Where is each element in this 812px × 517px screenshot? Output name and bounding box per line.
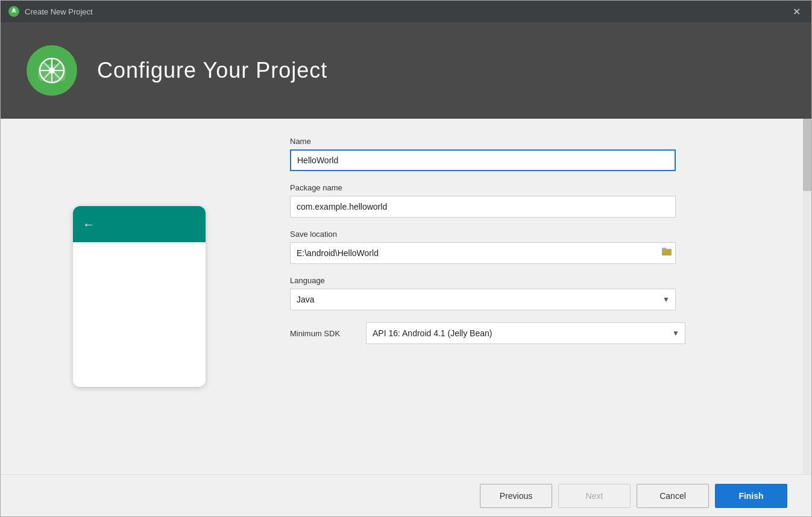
scrollbar-thumb[interactable] bbox=[803, 119, 811, 191]
save-location-group: Save location bbox=[290, 230, 787, 264]
finish-button[interactable]: Finish bbox=[715, 484, 787, 508]
minimum-sdk-select-wrapper: API 16: Android 4.1 (Jelly Bean) API 21:… bbox=[366, 322, 685, 344]
previous-button[interactable]: Previous bbox=[480, 484, 552, 508]
minimum-sdk-select[interactable]: API 16: Android 4.1 (Jelly Bean) API 21:… bbox=[366, 322, 685, 344]
next-button: Next bbox=[558, 484, 631, 508]
minimum-sdk-group: Minimum SDK API 16: Android 4.1 (Jelly B… bbox=[290, 322, 787, 344]
save-location-label: Save location bbox=[290, 230, 787, 239]
language-group: Language Java Kotlin ▼ bbox=[290, 276, 787, 310]
phone-preview: ← bbox=[73, 206, 206, 387]
left-panel: ← bbox=[1, 119, 278, 474]
footer: Previous Next Cancel Finish bbox=[1, 474, 811, 516]
minimum-sdk-label: Minimum SDK bbox=[290, 329, 356, 338]
folder-icon bbox=[661, 247, 672, 257]
form-panel: Name Package name Save location bbox=[278, 119, 811, 474]
main-content: ← Name Package name Save location bbox=[1, 119, 811, 474]
cancel-button[interactable]: Cancel bbox=[637, 484, 709, 508]
name-input[interactable] bbox=[290, 149, 676, 171]
window-title: Create New Project bbox=[25, 7, 93, 16]
package-name-label: Package name bbox=[290, 183, 787, 192]
phone-preview-header: ← bbox=[73, 206, 206, 242]
scrollbar-track bbox=[803, 119, 811, 474]
back-arrow-icon: ← bbox=[83, 218, 95, 231]
svg-point-2 bbox=[15, 10, 16, 11]
language-select-wrapper: Java Kotlin ▼ bbox=[290, 289, 676, 310]
name-label: Name bbox=[290, 137, 787, 146]
title-bar: Create New Project ✕ bbox=[1, 1, 811, 22]
name-group: Name bbox=[290, 137, 787, 171]
header-banner: Configure Your Project bbox=[1, 22, 811, 119]
browse-folder-button[interactable] bbox=[661, 247, 672, 259]
close-button[interactable]: ✕ bbox=[789, 5, 804, 19]
language-select[interactable]: Java Kotlin bbox=[290, 289, 676, 310]
title-bar-left: Create New Project bbox=[8, 5, 93, 17]
save-location-input[interactable] bbox=[290, 242, 676, 264]
save-location-wrapper bbox=[290, 242, 676, 264]
android-logo bbox=[25, 43, 79, 98]
phone-preview-body bbox=[73, 242, 206, 387]
language-label: Language bbox=[290, 276, 787, 285]
package-name-input[interactable] bbox=[290, 196, 676, 218]
main-window: Create New Project ✕ Configure Your Proj… bbox=[0, 0, 812, 517]
svg-point-1 bbox=[12, 10, 13, 11]
package-name-group: Package name bbox=[290, 183, 787, 218]
android-studio-icon bbox=[8, 5, 20, 17]
page-title: Configure Your Project bbox=[97, 58, 327, 83]
